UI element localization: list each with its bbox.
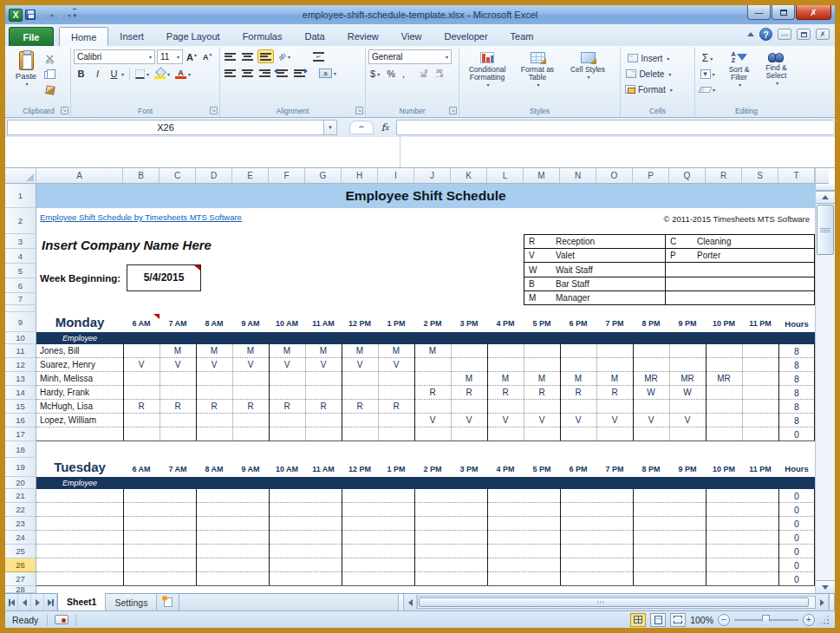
time-header[interactable]: 7 PM: [596, 458, 633, 477]
format-painter-button[interactable]: [42, 83, 57, 97]
sheet-tab-sheet1[interactable]: Sheet1: [57, 593, 106, 610]
time-header[interactable]: 9 AM: [232, 312, 269, 332]
shift-cell[interactable]: V: [123, 358, 160, 372]
column-header-T[interactable]: T: [778, 168, 815, 184]
font-name-select[interactable]: Calibri▾: [74, 49, 155, 64]
time-header[interactable]: 3 PM: [451, 312, 487, 332]
column-header-L[interactable]: L: [487, 168, 524, 184]
close-button[interactable]: ✗: [796, 5, 831, 20]
shift-cell[interactable]: M: [232, 344, 269, 358]
vertical-scroll-track[interactable]: [816, 256, 835, 580]
macro-record-icon[interactable]: [55, 615, 68, 624]
shift-cell[interactable]: R: [524, 386, 560, 400]
underline-button[interactable]: U▾: [107, 67, 126, 81]
shift-cell[interactable]: R: [342, 400, 378, 414]
time-header[interactable]: 3 PM: [451, 458, 487, 477]
row-header-20[interactable]: 20: [5, 477, 36, 489]
link-timesheets[interactable]: Employee Shift Schedule by Timesheets MT…: [40, 212, 242, 222]
row-header-17[interactable]: 17: [5, 427, 36, 441]
zoom-out-button[interactable]: −: [718, 614, 730, 626]
row-header-25[interactable]: 25: [5, 545, 36, 558]
orientation-button[interactable]: ab▾: [277, 49, 292, 63]
row-header-3[interactable]: 3: [5, 234, 36, 249]
column-header-I[interactable]: I: [378, 168, 414, 184]
shift-cell[interactable]: W: [633, 386, 669, 400]
time-header[interactable]: 10 PM: [706, 312, 742, 332]
shift-cell[interactable]: M: [451, 372, 487, 386]
row-header-9[interactable]: 9: [5, 312, 36, 332]
hours-value[interactable]: 0: [778, 558, 815, 572]
time-header[interactable]: 11 AM: [305, 458, 342, 477]
italic-button[interactable]: I: [90, 67, 105, 81]
paste-button[interactable]: Paste ▾: [10, 49, 42, 87]
cell-styles-button[interactable]: Cell Styles ▾: [563, 49, 613, 82]
grow-font-button[interactable]: A▲: [185, 50, 199, 64]
time-header[interactable]: 10 AM: [269, 458, 305, 477]
shift-cell[interactable]: R: [269, 400, 305, 414]
column-header-O[interactable]: O: [596, 168, 633, 184]
time-header[interactable]: 11 PM: [742, 458, 778, 477]
shift-cell[interactable]: R: [414, 386, 451, 400]
row-header-23[interactable]: 23: [5, 517, 36, 531]
hours-value[interactable]: 0: [778, 517, 815, 531]
row-header-27[interactable]: 27: [5, 572, 36, 586]
row-header-16[interactable]: 16: [5, 414, 36, 427]
time-header[interactable]: 4 PM: [487, 458, 524, 477]
row-header-26[interactable]: 26: [5, 558, 36, 572]
maximize-button[interactable]: [772, 5, 795, 20]
insert-function-button[interactable]: fx: [374, 120, 396, 135]
legend-cell[interactable]: CCleaning: [666, 235, 814, 248]
shrink-font-button[interactable]: A▼: [201, 50, 214, 64]
decrease-indent-button[interactable]: [275, 66, 290, 80]
day-label-monday[interactable]: Monday: [36, 312, 123, 332]
time-header[interactable]: 9 PM: [669, 312, 706, 332]
align-right-button[interactable]: [257, 66, 272, 80]
formula-input[interactable]: [396, 120, 833, 135]
doc-minimize-button[interactable]: —: [778, 29, 791, 40]
shift-cell[interactable]: R: [123, 400, 160, 414]
shift-cell[interactable]: M: [560, 372, 596, 386]
time-header[interactable]: 6 AM: [123, 458, 160, 477]
time-header[interactable]: 11 AM: [305, 312, 342, 332]
clear-button[interactable]: ▾: [698, 82, 717, 96]
shift-cell[interactable]: R: [305, 400, 342, 414]
row-header-15[interactable]: 15: [5, 400, 36, 414]
insert-cells-button[interactable]: Insert▾: [623, 51, 674, 65]
page-layout-view-button[interactable]: [650, 613, 666, 627]
time-header[interactable]: 4 PM: [487, 312, 524, 332]
last-sheet-button[interactable]: [44, 594, 57, 610]
shift-cell[interactable]: V: [269, 358, 305, 372]
wrap-text-button[interactable]: ↵: [311, 49, 326, 63]
next-sheet-button[interactable]: [31, 594, 44, 610]
row-header-12[interactable]: 12: [5, 358, 36, 372]
time-header[interactable]: 5 PM: [524, 458, 560, 477]
column-header-F[interactable]: F: [269, 168, 305, 184]
hours-value[interactable]: 0: [778, 503, 815, 517]
alignment-dialog-launcher[interactable]: ↘: [355, 107, 363, 114]
shift-cell[interactable]: M: [414, 344, 451, 358]
shift-cell[interactable]: M: [342, 344, 378, 358]
cell-title[interactable]: Employee Shift Schedule: [36, 184, 815, 208]
row-header-4[interactable]: 4: [5, 249, 36, 264]
shift-cell[interactable]: V: [524, 414, 560, 427]
shift-cell[interactable]: MR: [669, 372, 706, 386]
resize-grip[interactable]: [819, 615, 830, 625]
comma-button[interactable]: ,: [400, 67, 407, 81]
minimize-button[interactable]: —: [747, 5, 771, 20]
legend-cell[interactable]: [666, 277, 814, 290]
employee-band[interactable]: Employee: [36, 332, 815, 344]
normal-view-button[interactable]: [630, 613, 646, 627]
horizontal-scroll-track[interactable]: [417, 596, 816, 609]
clipboard-dialog-launcher[interactable]: ↘: [61, 107, 68, 114]
column-header-D[interactable]: D: [196, 168, 232, 184]
tab-developer[interactable]: Developer: [433, 27, 498, 46]
page-break-view-button[interactable]: [670, 613, 686, 627]
column-header-M[interactable]: M: [524, 168, 560, 184]
hours-value[interactable]: 0: [778, 545, 815, 558]
column-header-A[interactable]: A: [36, 168, 123, 184]
accounting-format-button[interactable]: $▾: [368, 67, 381, 81]
hours-value[interactable]: 8: [778, 372, 815, 386]
autosum-button[interactable]: Σ▾: [698, 51, 717, 65]
time-header[interactable]: 9 PM: [669, 458, 706, 477]
row-header-6[interactable]: 6: [5, 278, 36, 293]
